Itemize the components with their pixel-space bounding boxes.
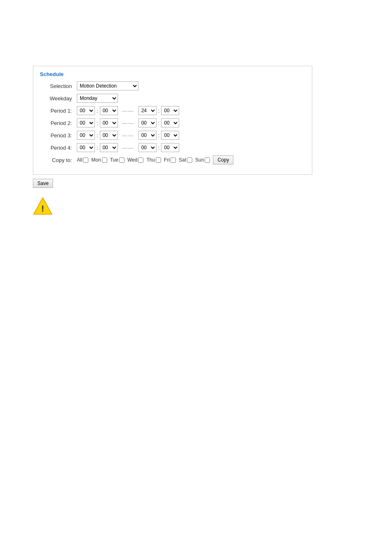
- period-1-controls: 0001020304050607080910111213141516171819…: [77, 106, 179, 115]
- schedule-panel: Schedule Selection Motion Detection Alwa…: [33, 66, 312, 175]
- copy-sat-checkbox[interactable]: [187, 157, 192, 163]
- warning-icon: !: [33, 196, 53, 216]
- period-4-start-hour[interactable]: 0001020304050607080910111213141516171819…: [77, 143, 95, 152]
- colon-2a: :: [97, 120, 98, 126]
- copy-sat-group: Sat: [179, 157, 193, 163]
- period-1-row: Period 1: 000102030405060708091011121314…: [40, 106, 305, 115]
- selection-row: Selection Motion Detection Always Never: [40, 81, 305, 90]
- period-3-start-min[interactable]: 000510152025303540455055: [100, 131, 118, 140]
- copy-sun-group: Sun: [195, 157, 210, 163]
- colon-1a: :: [97, 108, 98, 114]
- copy-fri-group: Fri: [164, 157, 176, 163]
- period-1-end-hour[interactable]: 0001020304050607080910111213141516171819…: [138, 106, 157, 115]
- dash-1: ——: [122, 108, 134, 114]
- copy-thu-label: Thu: [146, 157, 155, 163]
- period-2-start-hour[interactable]: 0001020304050607080910111213141516171819…: [77, 118, 95, 127]
- copy-thu-group: Thu: [146, 157, 161, 163]
- period-2-label: Period 2:: [40, 120, 77, 126]
- colon-1b: :: [158, 108, 160, 114]
- copy-sat-label: Sat: [179, 157, 186, 163]
- period-3-end-min[interactable]: 000510152025303540455055: [161, 131, 179, 140]
- copy-fri-checkbox[interactable]: [171, 157, 176, 163]
- copy-button[interactable]: Copy: [213, 155, 233, 164]
- period-4-row: Period 4: 000102030405060708091011121314…: [40, 143, 305, 152]
- weekday-row: Weekday Monday Tuesday Wednesday Thursda…: [40, 94, 305, 103]
- copy-all-checkbox[interactable]: [83, 157, 88, 163]
- colon-4a: :: [97, 145, 98, 151]
- period-2-end-min[interactable]: 000510152025303540455055: [161, 118, 179, 127]
- copy-mon-label: Mon: [91, 157, 101, 163]
- copy-tue-label: Tue: [110, 157, 118, 163]
- save-button[interactable]: Save: [33, 179, 53, 188]
- copy-wed-checkbox[interactable]: [138, 157, 143, 163]
- colon-4b: :: [158, 145, 160, 151]
- period-4-start-min[interactable]: 000510152025303540455055: [100, 143, 118, 152]
- period-2-start-min[interactable]: 000510152025303540455055: [100, 118, 118, 127]
- period-1-end-min[interactable]: 000510152025303540455055: [161, 106, 179, 115]
- period-4-end-min[interactable]: 000510152025303540455055: [161, 143, 179, 152]
- period-4-end-hour[interactable]: 0001020304050607080910111213141516171819…: [138, 143, 157, 152]
- period-2-controls: 0001020304050607080910111213141516171819…: [77, 118, 179, 127]
- selection-dropdown[interactable]: Motion Detection Always Never: [77, 81, 138, 90]
- weekday-label: Weekday: [40, 95, 77, 102]
- copy-sun-label: Sun: [195, 157, 204, 163]
- period-1-start-min[interactable]: 000510152025303540455055: [100, 106, 118, 115]
- copy-mon-group: Mon: [91, 157, 107, 163]
- period-2-row: Period 2: 000102030405060708091011121314…: [40, 118, 305, 127]
- colon-3a: :: [97, 132, 98, 139]
- period-4-controls: 0001020304050607080910111213141516171819…: [77, 143, 179, 152]
- svg-text:!: !: [41, 204, 44, 214]
- selection-controls: Motion Detection Always Never: [77, 81, 138, 90]
- copy-tue-checkbox[interactable]: [119, 157, 125, 163]
- selection-label: Selection: [40, 83, 77, 89]
- copy-thu-checkbox[interactable]: [156, 157, 161, 163]
- copy-wed-label: Wed: [127, 157, 137, 163]
- copy-all-label: All: [77, 157, 82, 163]
- period-3-start-hour[interactable]: 0001020304050607080910111213141516171819…: [77, 131, 95, 140]
- copy-tue-group: Tue: [110, 157, 125, 163]
- copy-all-group: All: [77, 157, 89, 163]
- period-1-start-hour[interactable]: 0001020304050607080910111213141516171819…: [77, 106, 95, 115]
- copy-to-label: Copy to:: [40, 157, 77, 163]
- colon-3b: :: [158, 132, 160, 139]
- period-4-label: Period 4:: [40, 145, 77, 151]
- copy-sun-checkbox[interactable]: [205, 157, 210, 163]
- period-1-label: Period 1:: [40, 108, 77, 114]
- dash-2: ——: [122, 120, 134, 126]
- copy-to-controls: All Mon Tue Wed Thu: [77, 155, 233, 164]
- dash-3: ——: [122, 132, 134, 139]
- copy-wed-group: Wed: [127, 157, 144, 163]
- copy-mon-checkbox[interactable]: [102, 157, 107, 163]
- weekday-dropdown[interactable]: Monday Tuesday Wednesday Thursday Friday…: [77, 94, 118, 103]
- dash-4: ——: [122, 145, 134, 151]
- weekday-controls: Monday Tuesday Wednesday Thursday Friday…: [77, 94, 118, 103]
- period-3-label: Period 3:: [40, 132, 77, 139]
- copy-to-row: Copy to: All Mon Tue Wed: [40, 155, 305, 164]
- period-3-controls: 0001020304050607080910111213141516171819…: [77, 131, 179, 140]
- schedule-title: Schedule: [40, 71, 305, 77]
- period-3-end-hour[interactable]: 0001020304050607080910111213141516171819…: [138, 131, 157, 140]
- period-3-row: Period 3: 000102030405060708091011121314…: [40, 131, 305, 140]
- period-2-end-hour[interactable]: 0001020304050607080910111213141516171819…: [138, 118, 157, 127]
- copy-fri-label: Fri: [164, 157, 170, 163]
- colon-2b: :: [158, 120, 160, 126]
